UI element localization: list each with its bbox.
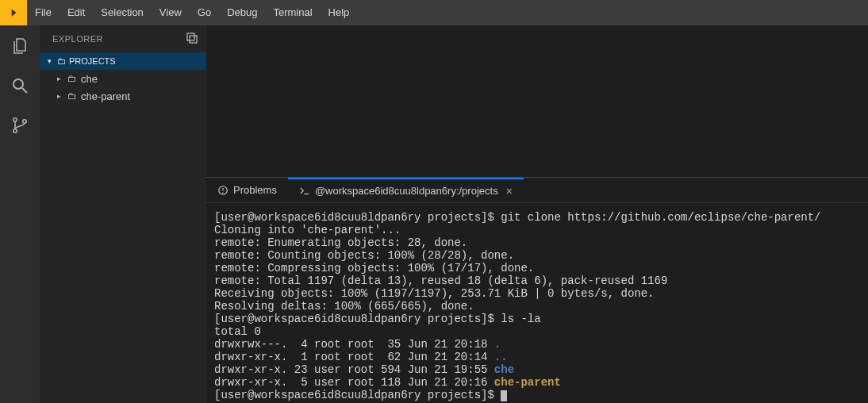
bottom-panel: Problems @workspace6id8cuu8ldpan6ry:/pro… (206, 177, 868, 403)
activity-search[interactable] (9, 75, 31, 97)
activity-bar (0, 25, 40, 403)
terminal-dir: che (494, 363, 514, 376)
tree-item-label: che (81, 73, 98, 85)
tree-item-label: che-parent (81, 90, 130, 102)
terminal-line: remote: Total 1197 (delta 13), reused 18… (214, 274, 667, 287)
tree-item-che[interactable]: ▸ 🗀 che (40, 70, 206, 87)
terminal-line: Cloning into 'che-parent'... (214, 224, 401, 236)
warning-icon (217, 185, 229, 196)
panel-tabs: Problems @workspace6id8cuu8ldpan6ry:/pro… (206, 178, 868, 203)
terminal-dir: che-parent (494, 376, 561, 389)
terminal-dir: .. (494, 351, 508, 363)
terminal-line: total 0 (214, 325, 261, 338)
tab-terminal-label: @workspace6id8cuu8ldpan6ry:/projects (315, 185, 498, 197)
close-icon[interactable]: × (506, 185, 513, 198)
svg-rect-6 (190, 36, 197, 43)
sidebar-header: EXPLORER (40, 25, 206, 52)
activity-explorer[interactable] (9, 35, 31, 57)
files-icon (10, 36, 29, 56)
sidebar-title: EXPLORER (52, 34, 103, 44)
terminal-line: [user@workspace6id8cuu8ldpan6ry projects… (214, 313, 541, 325)
tab-terminal[interactable]: @workspace6id8cuu8ldpan6ry:/projects × (288, 178, 524, 202)
terminal-line: drwxr-xr-x. 1 root root 62 Jun 21 20:14 (214, 351, 494, 363)
git-branch-icon (10, 116, 29, 135)
terminal-line: Resolving deltas: 100% (665/665), done. (214, 300, 474, 313)
folder-icon: 🗀 (67, 90, 77, 102)
svg-line-1 (22, 88, 27, 93)
menu-file[interactable]: File (27, 0, 60, 25)
terminal-line: drwxr-xr-x. 23 user root 594 Jun 21 19:5… (214, 363, 494, 376)
svg-point-2 (13, 118, 17, 121)
terminal-line: [user@workspace6id8cuu8ldpan6ry projects… (214, 389, 501, 401)
sidebar: EXPLORER ▾ 🗀 PROJECTS ▸ 🗀 che ▸ 🗀 che-pa… (40, 25, 206, 403)
folder-icon: 🗀 (67, 73, 77, 84)
activity-scm[interactable] (9, 114, 31, 136)
search-icon (10, 76, 29, 95)
menu-go[interactable]: Go (190, 0, 219, 25)
tab-problems[interactable]: Problems (206, 178, 288, 202)
svg-point-9 (222, 192, 224, 194)
menu-terminal[interactable]: Terminal (265, 0, 320, 25)
chevron-right-icon: ▸ (54, 75, 63, 83)
sidebar-root[interactable]: ▾ 🗀 PROJECTS (40, 52, 206, 70)
terminal-dir: . (494, 338, 501, 351)
terminal-line: remote: Counting objects: 100% (28/28), … (214, 249, 514, 262)
collapse-icon (186, 32, 198, 44)
chevron-right-icon: ▸ (54, 92, 63, 100)
chevron-down-icon: ▾ (44, 57, 54, 65)
terminal-line: [user@workspace6id8cuu8ldpan6ry projects… (214, 211, 821, 224)
terminal-line: remote: Compressing objects: 100% (17/17… (214, 262, 534, 274)
sidebar-root-label: PROJECTS (69, 56, 116, 66)
menu-selection[interactable]: Selection (93, 0, 151, 25)
terminal-output[interactable]: [user@workspace6id8cuu8ldpan6ry projects… (206, 203, 868, 403)
terminal-icon (299, 186, 310, 197)
menu-edit[interactable]: Edit (60, 0, 93, 25)
terminal-line: drwxr-xr-x. 5 user root 118 Jun 21 20:16 (214, 376, 494, 389)
menu-view[interactable]: View (152, 0, 190, 25)
terminal-line: remote: Enumerating objects: 28, done. (214, 236, 467, 249)
menu-help[interactable]: Help (321, 0, 358, 25)
tab-problems-label: Problems (233, 184, 277, 196)
svg-point-3 (13, 129, 17, 132)
svg-point-4 (23, 120, 26, 123)
main: Problems @workspace6id8cuu8ldpan6ry:/pro… (206, 25, 868, 403)
tree-item-che-parent[interactable]: ▸ 🗀 che-parent (40, 87, 206, 105)
chevron-right-icon (8, 7, 19, 18)
svg-rect-5 (187, 33, 194, 40)
collapse-all-button[interactable] (186, 32, 198, 46)
svg-point-0 (13, 79, 23, 89)
menu-debug[interactable]: Debug (219, 0, 265, 25)
menubar: File Edit Selection View Go Debug Termin… (0, 0, 868, 25)
editor-area (206, 25, 868, 177)
terminal-line: drwxrwx---. 4 root root 35 Jun 21 20:18 (214, 338, 494, 351)
folder-icon: 🗀 (57, 56, 66, 66)
terminal-line: Receiving objects: 100% (1197/1197), 253… (214, 287, 655, 300)
terminal-cursor (501, 390, 507, 401)
app-logo[interactable] (0, 0, 27, 25)
